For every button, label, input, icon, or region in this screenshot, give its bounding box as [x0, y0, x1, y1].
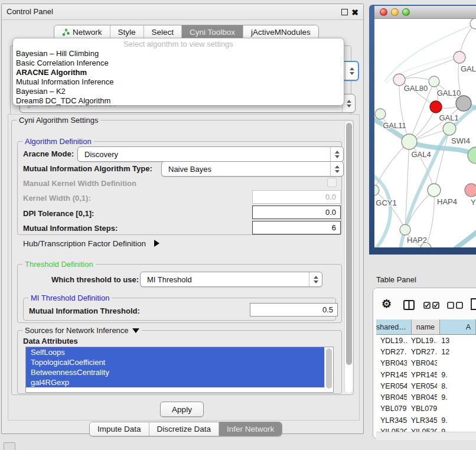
network-view-canvas[interactable]: GALGAL80GAL10GAL1GAL11SWI4GAL4GCY1HAP4YH… — [374, 19, 476, 247]
attributes-scrollbar-thumb[interactable] — [326, 348, 332, 389]
select-all-columns-icon[interactable] — [423, 302, 441, 309]
kernel-width-field[interactable]: 0.0 — [252, 190, 341, 204]
table-row[interactable]: YDL19…YDL19…13 — [376, 335, 476, 346]
close-icon[interactable]: ✖ — [351, 8, 358, 17]
network-node-hap2[interactable] — [400, 224, 410, 235]
node-label: Y — [471, 198, 476, 207]
manual-kernel-checkbox[interactable] — [327, 178, 337, 187]
collapse-arrow-icon[interactable] — [132, 328, 139, 333]
table-cell: 9 — [437, 426, 476, 432]
network-edge[interactable] — [434, 129, 449, 190]
which-threshold-value: MI Threshold — [147, 275, 192, 284]
network-node-gal10[interactable] — [429, 76, 439, 87]
column-header-shared[interactable]: shared… — [376, 319, 412, 334]
node-table[interactable]: shared…nameA YDL19…YDL19…13YDR27…YDR27…1… — [376, 319, 476, 432]
manual-kernel-label: Manual Kernel Width Definition — [23, 179, 136, 188]
network-edge[interactable] — [399, 57, 459, 80]
network-node[interactable] — [456, 96, 471, 111]
network-edge[interactable] — [426, 190, 434, 247]
attribute-item[interactable]: gal4RGexp — [26, 377, 324, 387]
attribute-item[interactable]: BetweennessCentrality — [26, 367, 324, 377]
kernel-width-label: Kernel Width (0,1): — [23, 194, 91, 203]
edge-band — [430, 229, 476, 247]
table-cell — [437, 403, 476, 415]
tab-cyni-toolbox[interactable]: Cyni Toolbox — [182, 25, 243, 39]
table-row[interactable]: YPR145WYPR145W9. — [376, 369, 476, 380]
algorithm-option[interactable]: ARACNE Algorithm — [13, 68, 344, 77]
settings-scrollbar-thumb[interactable] — [346, 123, 352, 365]
algorithm-definition-title: Algorithm Definition — [22, 137, 94, 146]
mi-threshold-field[interactable]: 0.5 — [250, 303, 338, 317]
deselect-all-columns-icon[interactable] — [447, 302, 465, 309]
new-table-icon[interactable] — [470, 298, 476, 311]
node-label: HAP4 — [437, 197, 457, 206]
bottom-tab-discretize-data[interactable]: Discretize Data — [149, 422, 220, 436]
table-cell: YDL19… — [376, 335, 407, 346]
network-node-hap4[interactable] — [428, 184, 441, 197]
node-label: GAL1 — [439, 113, 458, 122]
table-cell: YDR27… — [407, 346, 438, 357]
spinner-icon — [330, 162, 343, 176]
algorithm-option[interactable]: Bayesian – Hill Climbing — [13, 49, 344, 58]
table-cell: YIL052C — [376, 426, 407, 432]
table-row[interactable]: YBL079WYBL079W — [376, 403, 476, 415]
network-window-titlebar[interactable] — [374, 6, 476, 19]
apply-button[interactable]: Apply — [160, 402, 204, 417]
table-cell: YLR345W — [376, 415, 407, 426]
which-threshold-combo[interactable]: MI Threshold — [140, 272, 322, 287]
float-panel-icon[interactable] — [341, 9, 348, 15]
table-row[interactable]: YLR345WYLR345W9. — [376, 415, 476, 426]
mi-type-label: Mutual Information Algorithm Type: — [23, 164, 152, 173]
network-node[interactable] — [468, 147, 476, 164]
attribute-item[interactable]: SelfLoops — [26, 347, 324, 357]
table-hscrollbar[interactable] — [376, 432, 476, 440]
hub-definition-label: Hub/Transcription Factor Definition — [23, 239, 146, 248]
gear-icon[interactable]: ⚙ — [382, 297, 392, 311]
tab-style[interactable]: Style — [110, 25, 144, 39]
expand-arrow-icon[interactable] — [154, 240, 159, 247]
bottom-tab-impute-data[interactable]: Impute Data — [90, 422, 149, 436]
algorithm-option[interactable]: Bayesian – K2 — [13, 87, 344, 96]
zoom-traffic-light-icon[interactable] — [402, 8, 410, 16]
which-threshold-label: Which threshold to use: — [51, 275, 139, 284]
table-row[interactable]: YDR27…YDR27…12 — [376, 346, 476, 357]
network-node[interactable] — [470, 19, 476, 29]
tab-label: jActiveMNodules — [251, 28, 311, 37]
settings-scrollbar[interactable] — [344, 122, 353, 393]
tab-jactivemnodules[interactable]: jActiveMNodules — [243, 25, 318, 39]
table-row[interactable]: YER054CYER054C8. — [376, 380, 476, 392]
aracne-mode-value: Discovery — [84, 150, 118, 159]
minimize-traffic-light-icon[interactable] — [391, 8, 399, 16]
split-columns-icon[interactable] — [403, 300, 415, 310]
table-row[interactable]: YBR045CYBR045C9. — [376, 392, 476, 403]
table-row[interactable]: YIL052CYIL052C9 — [376, 426, 476, 432]
network-node-gal1[interactable] — [430, 101, 442, 113]
network-node-gal[interactable] — [454, 51, 465, 63]
tab-network[interactable]: Network — [54, 25, 110, 39]
table-cell: YBR045C — [407, 392, 438, 403]
network-node-gal4[interactable] — [402, 134, 417, 149]
hub-definition-toggle[interactable]: Hub/Transcription Factor Definition — [23, 239, 159, 248]
attributes-scrollbar[interactable] — [324, 347, 332, 391]
table-row[interactable]: YBR043CYBR043C — [376, 358, 476, 369]
tab-label: Cyni Toolbox — [190, 28, 235, 37]
algorithm-option[interactable]: Dream8 DC_TDC Algorithm — [13, 96, 344, 106]
mi-steps-field[interactable]: 6 — [252, 221, 341, 234]
network-node-swi4[interactable] — [443, 122, 456, 135]
algorithm-option[interactable]: Basic Correlation Inference — [13, 58, 344, 68]
bottom-tab-infer-network[interactable]: Infer Network — [219, 422, 282, 436]
data-attributes-list[interactable]: SelfLoopsTopologicalCoefficientBetweenne… — [25, 347, 334, 393]
tab-select[interactable]: Select — [144, 25, 182, 39]
column-header-a[interactable]: A — [440, 319, 476, 334]
close-traffic-light-icon[interactable] — [380, 8, 387, 16]
attribute-item[interactable]: TopologicalCoefficient — [26, 357, 324, 367]
aracne-mode-combo[interactable]: Discovery — [77, 146, 344, 162]
collapsed-panel-button[interactable] — [4, 442, 15, 450]
algorithm-option[interactable]: Mutual Information Inference — [13, 77, 344, 87]
sources-title-text: Sources for Network Inference — [25, 326, 129, 335]
network-node-gal11[interactable] — [375, 109, 386, 119]
column-header-name[interactable]: name — [412, 319, 440, 334]
network-node-y[interactable] — [465, 184, 476, 197]
mi-type-combo[interactable]: Naive Bayes — [161, 161, 344, 177]
dpi-tolerance-field[interactable]: 0.0 — [252, 206, 341, 219]
